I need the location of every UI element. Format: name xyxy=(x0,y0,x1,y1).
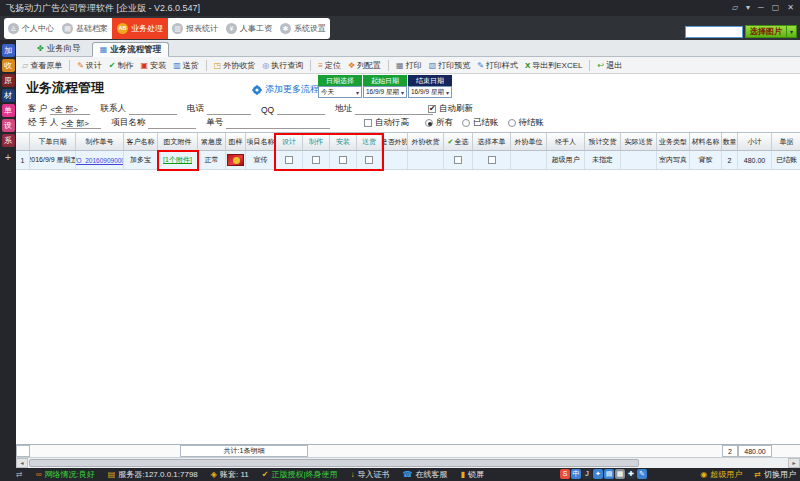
sample-thumbnail-image[interactable] xyxy=(227,154,244,166)
nav-tab-business-processing[interactable]: AB业务处理 xyxy=(112,18,168,39)
nav-tab-personal-center[interactable]: ♙个人中心 xyxy=(4,18,58,39)
col-row-num[interactable] xyxy=(16,133,30,150)
col-sample[interactable]: 图样 xyxy=(226,133,246,150)
col-order-date[interactable]: 下单日期 xyxy=(30,133,76,150)
select-image-dropdown-icon[interactable]: ▾ xyxy=(787,25,797,38)
toolbar-design-button[interactable]: ✎设计 xyxy=(77,60,102,71)
nav-tab-system-settings[interactable]: ✱系统设置 xyxy=(276,18,330,39)
col-subtotal[interactable]: 小计 xyxy=(738,133,772,150)
col-expected-delivery[interactable]: 预计交货 xyxy=(585,133,621,150)
toolbar-column-config-button[interactable]: ❖列配置 xyxy=(348,60,381,71)
select-all-check-icon[interactable]: ✔ xyxy=(448,138,454,146)
toolbar-locate-button[interactable]: ≡定位 xyxy=(318,60,341,71)
scroll-left-icon[interactable]: ◂ xyxy=(16,458,28,468)
cell-select-all-checkbox[interactable] xyxy=(454,156,462,164)
add-quick-button-icon[interactable]: + xyxy=(5,151,11,163)
ime-icon-0[interactable]: S xyxy=(560,469,570,479)
nav-tab-hr-payroll[interactable]: ¥人事工资 xyxy=(222,18,276,39)
status-license[interactable]: ✔正版授权|终身使用 xyxy=(262,469,338,480)
status-switch-user[interactable]: ⇄切换用户 xyxy=(754,469,796,480)
toolbar-export-excel-button[interactable]: X导出到EXCEL xyxy=(525,60,583,71)
skin-file-icon[interactable]: ▱ xyxy=(732,2,738,14)
col-urgency[interactable]: 紧急度 xyxy=(198,133,226,150)
phone-input[interactable] xyxy=(207,104,251,115)
status-online-service[interactable]: ☎在线客服 xyxy=(403,469,448,480)
ime-icon-5[interactable]: ▦ xyxy=(615,469,625,479)
skin-dropdown-icon[interactable]: ▾ xyxy=(746,2,750,14)
auto-row-height-checkbox[interactable] xyxy=(364,119,372,127)
col-select-order[interactable]: 选择本单 xyxy=(473,133,511,150)
handler-input[interactable]: <全 部> xyxy=(61,118,101,129)
col-actual-delivery[interactable]: 实际送货 xyxy=(621,133,657,150)
side-quick-design[interactable]: 设 xyxy=(2,119,15,132)
toolbar-view-original-button[interactable]: ▱查看原单 xyxy=(22,60,62,71)
horizontal-scrollbar[interactable]: ◂ ▸ xyxy=(16,457,800,468)
col-material-name[interactable]: 材料名称 xyxy=(690,133,722,150)
image-path-input[interactable] xyxy=(685,26,743,38)
toolbar-produce-button[interactable]: ✔制作 xyxy=(109,60,134,71)
side-quick-material[interactable]: 材 xyxy=(2,89,15,102)
toolbar-print-button[interactable]: ▦打印 xyxy=(396,60,422,71)
address-input[interactable] xyxy=(355,104,433,115)
col-outsource-unit[interactable]: 外协单位 xyxy=(511,133,547,150)
cell-produce-checkbox[interactable] xyxy=(312,156,320,164)
col-produce[interactable]: 制作 xyxy=(303,133,330,150)
side-quick-original[interactable]: 原 xyxy=(2,74,15,87)
nav-tab-basic-archives[interactable]: ▤基础档案 xyxy=(58,18,112,39)
col-doc-status[interactable]: 单据 xyxy=(772,133,800,150)
order-no-input[interactable] xyxy=(226,118,330,129)
col-handler[interactable]: 经手人 xyxy=(547,133,585,150)
col-work-order-no[interactable]: 制作单号 xyxy=(76,133,124,150)
col-project-name[interactable]: 项目名称 xyxy=(246,133,276,150)
col-design[interactable]: 设计 xyxy=(276,133,303,150)
cell-install-checkbox[interactable] xyxy=(339,156,347,164)
col-customer-name[interactable]: 客户名称 xyxy=(124,133,158,150)
auto-row-height-option[interactable]: 自动行高 xyxy=(364,117,409,129)
side-quick-receive[interactable]: 收 xyxy=(2,59,15,72)
toolbar-run-query-button[interactable]: ◎执行查询 xyxy=(262,60,303,71)
project-input[interactable] xyxy=(148,118,196,129)
ime-icon-3[interactable]: ✦ xyxy=(593,469,603,479)
start-date-select[interactable]: 16/9/9 星期▾ xyxy=(363,86,407,98)
toolbar-print-style-button[interactable]: ✎打印样式 xyxy=(477,60,518,71)
status-account-set[interactable]: ◈账套: 11 xyxy=(211,469,249,480)
side-quick-add[interactable]: 加 xyxy=(2,44,15,57)
customer-input[interactable]: <全 部> xyxy=(50,104,90,115)
col-outsourced[interactable]: 是否外协 xyxy=(382,133,408,150)
ime-icon-1[interactable]: 中 xyxy=(571,469,581,479)
radio-all-button[interactable] xyxy=(425,119,433,127)
contact-input[interactable] xyxy=(129,104,177,115)
toolbar-print-preview-button[interactable]: ▧打印预览 xyxy=(429,60,471,71)
nav-tab-report-statistics[interactable]: ▥报表统计 xyxy=(168,18,222,39)
status-sync[interactable]: ⇄ xyxy=(16,470,23,479)
end-date-select[interactable]: 16/9/9 星期▾ xyxy=(408,86,452,98)
status-import-cert[interactable]: ↓导入证书 xyxy=(351,469,390,480)
ime-icon-7[interactable]: ✎ xyxy=(637,469,647,479)
close-icon[interactable]: ✕ xyxy=(787,2,794,14)
auto-refresh-checkbox[interactable] xyxy=(428,105,436,113)
radio-unsettled[interactable]: 待结账 xyxy=(508,117,545,129)
status-network-status[interactable]: ∞网络情况:良好 xyxy=(36,469,95,480)
col-business-type[interactable]: 业务类型 xyxy=(657,133,690,150)
date-preset-select[interactable]: 今天▾ xyxy=(318,86,362,98)
col-attachment[interactable]: 图文附件 xyxy=(158,133,198,150)
doc-tab-business-process-management[interactable]: ▦业务流程管理 xyxy=(92,42,170,57)
minimize-icon[interactable]: ─ xyxy=(758,2,764,14)
status-lock-screen[interactable]: ▮锁屏 xyxy=(460,469,483,480)
toolbar-install-button[interactable]: ▣安装 xyxy=(141,60,167,71)
ime-icon-2[interactable]: J xyxy=(582,469,592,479)
side-quick-system[interactable]: 系 xyxy=(2,134,15,147)
side-quick-order[interactable]: 单 xyxy=(2,104,15,117)
toolbar-deliver-button[interactable]: ▥送货 xyxy=(173,60,199,71)
work-order-link[interactable]: WO_201609090003 xyxy=(76,157,124,164)
radio-settled-button[interactable] xyxy=(462,119,470,127)
select-image-button[interactable]: 选择图片 xyxy=(745,25,787,38)
scroll-right-icon[interactable]: ▸ xyxy=(788,458,800,468)
scrollbar-thumb[interactable] xyxy=(29,459,639,467)
status-server[interactable]: ▤服务器:127.0.0.1:7798 xyxy=(108,469,198,480)
ime-icon-6[interactable]: ✚ xyxy=(626,469,636,479)
status-current-user[interactable]: ◉超级用户 xyxy=(700,469,742,480)
radio-settled[interactable]: 已结账 xyxy=(462,117,499,129)
cell-select-order-checkbox[interactable] xyxy=(488,156,496,164)
toolbar-outsource-receive-button[interactable]: ◳外协收货 xyxy=(214,60,256,71)
